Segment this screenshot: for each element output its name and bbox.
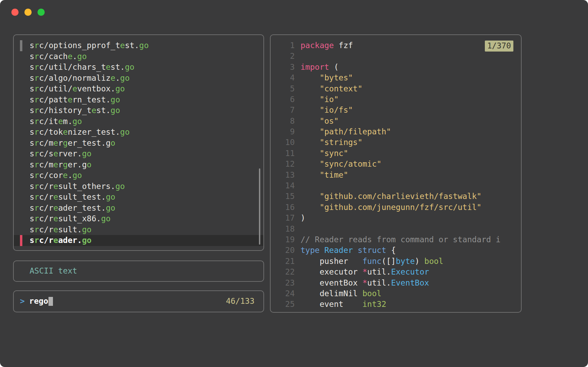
file-item[interactable]: src/cache.go — [14, 51, 263, 62]
file-name: src/algo/normalize.go — [30, 73, 130, 84]
terminal-window: src/options_pprof_test.gosrc/cache.gosrc… — [0, 0, 588, 367]
file-name: src/merger.go — [30, 159, 91, 170]
code-text: // Reader reads from command or standard… — [301, 234, 501, 245]
file-item[interactable]: src/history_test.go — [14, 105, 263, 116]
file-name: src/options_pprof_test.go — [30, 40, 149, 51]
info-panel: ASCII text — [13, 260, 264, 282]
file-item[interactable]: src/result_test.go — [14, 192, 263, 203]
matched-char: r — [34, 171, 39, 180]
matched-char: e — [53, 203, 58, 212]
code-line: 14 — [271, 180, 521, 191]
matched-char: r — [34, 138, 39, 147]
line-number: 21 — [271, 256, 295, 267]
line-number: 7 — [271, 105, 295, 116]
line-number: 2 — [271, 51, 295, 62]
minimize-button[interactable] — [24, 9, 32, 16]
matched-char: g — [73, 171, 77, 180]
file-item[interactable]: src/tokenizer_test.go — [14, 127, 263, 138]
matched-char: o — [130, 63, 134, 71]
matched-char: o — [82, 52, 87, 61]
matched-char: e — [53, 192, 58, 201]
matched-char: e — [68, 95, 73, 104]
line-number: 12 — [271, 159, 295, 170]
code-text: "context" — [301, 84, 362, 94]
row-gutter — [20, 224, 22, 235]
file-name: src/reader_test.go — [30, 203, 115, 214]
matched-char: r — [34, 160, 39, 169]
file-name: src/util/chars_test.go — [30, 62, 134, 73]
file-item[interactable]: src/result_x86.go — [14, 213, 263, 224]
file-item[interactable]: src/reader_test.go — [14, 203, 263, 214]
matched-char: g — [120, 127, 125, 136]
row-gutter — [20, 51, 22, 62]
matched-char: e — [53, 236, 58, 245]
close-button[interactable] — [11, 9, 19, 16]
code-text: "time" — [301, 170, 348, 181]
matched-char: r — [34, 84, 39, 93]
zoom-button[interactable] — [37, 9, 45, 16]
matched-char: o — [115, 106, 120, 115]
line-number: 5 — [271, 84, 295, 94]
code-line: 5 "context" — [271, 84, 521, 94]
row-gutter — [20, 181, 22, 192]
file-item[interactable]: src/util/eventbox.go — [14, 84, 263, 94]
file-name: src/core.go — [30, 170, 82, 181]
line-number: 23 — [271, 278, 295, 289]
file-name: src/tokenizer_test.go — [30, 127, 130, 138]
file-item[interactable]: src/item.go — [14, 116, 263, 127]
matched-char: r — [34, 74, 39, 82]
matched-char: e — [58, 117, 63, 126]
line-number: 19 — [271, 234, 295, 245]
matched-char: r — [34, 41, 39, 50]
line-number: 4 — [271, 73, 295, 84]
code-text: pusher func([]byte) bool — [301, 256, 443, 267]
file-item[interactable]: src/result_others.go — [14, 181, 263, 192]
file-item[interactable]: src/algo/normalize.go — [14, 73, 263, 84]
file-list[interactable]: src/options_pprof_test.gosrc/cache.gosrc… — [14, 35, 263, 246]
matched-char: r — [34, 52, 39, 61]
code-line: 15 "github.com/charlievieth/fastwalk" — [271, 191, 521, 202]
results-panel: src/options_pprof_test.gosrc/cache.gosrc… — [13, 34, 264, 251]
file-item[interactable]: src/server.go — [14, 148, 263, 159]
matched-char: g — [106, 192, 111, 201]
search-input[interactable]: rego — [29, 296, 53, 307]
matched-char: o — [111, 138, 116, 147]
file-name: src/result_test.go — [30, 192, 115, 203]
matched-char: e — [63, 171, 68, 180]
code-text: "sync/atomic" — [301, 159, 381, 170]
code-line: 3import ( — [271, 62, 521, 73]
matched-char: g — [120, 74, 125, 82]
file-item[interactable]: src/merger.go — [14, 159, 263, 170]
file-item[interactable]: src/core.go — [14, 170, 263, 181]
file-item[interactable]: src/reader.go — [14, 235, 263, 246]
preview-panel[interactable]: 1package fzf23import (4 "bytes"5 "contex… — [270, 34, 522, 313]
code-line: 22 executor *util.Executor — [271, 267, 521, 277]
file-item[interactable]: src/result.go — [14, 224, 263, 235]
matched-char: g — [111, 106, 116, 115]
matched-char: e — [68, 52, 73, 61]
code-line: 4 "bytes" — [271, 73, 521, 83]
code-text: type Reader struct { — [301, 245, 396, 256]
file-item[interactable]: src/pattern_test.go — [14, 94, 263, 105]
file-item[interactable]: src/merger_test.go — [14, 138, 263, 149]
row-gutter — [20, 148, 22, 159]
code-text: "io/fs" — [301, 105, 353, 116]
code-line: 2 — [271, 51, 521, 62]
selection-pointer — [20, 235, 22, 246]
file-item[interactable]: src/util/chars_test.go — [14, 62, 263, 73]
code-line: 17) — [271, 213, 521, 223]
code-text: import ( — [301, 62, 339, 73]
file-item[interactable]: src/options_pprof_test.go — [14, 40, 263, 51]
list-scrollbar[interactable] — [259, 168, 260, 245]
row-gutter — [20, 105, 22, 116]
matched-char: e — [53, 138, 58, 147]
prompt-panel: > rego 46/133 — [13, 290, 264, 312]
line-number: 14 — [271, 180, 295, 191]
matched-char: r — [34, 117, 39, 126]
matched-char: g — [125, 63, 130, 71]
code-text: package fzf — [301, 40, 353, 51]
matched-char: o — [87, 236, 91, 245]
file-name: src/result_x86.go — [30, 213, 111, 224]
row-gutter — [20, 213, 22, 224]
line-number: 9 — [271, 126, 295, 137]
